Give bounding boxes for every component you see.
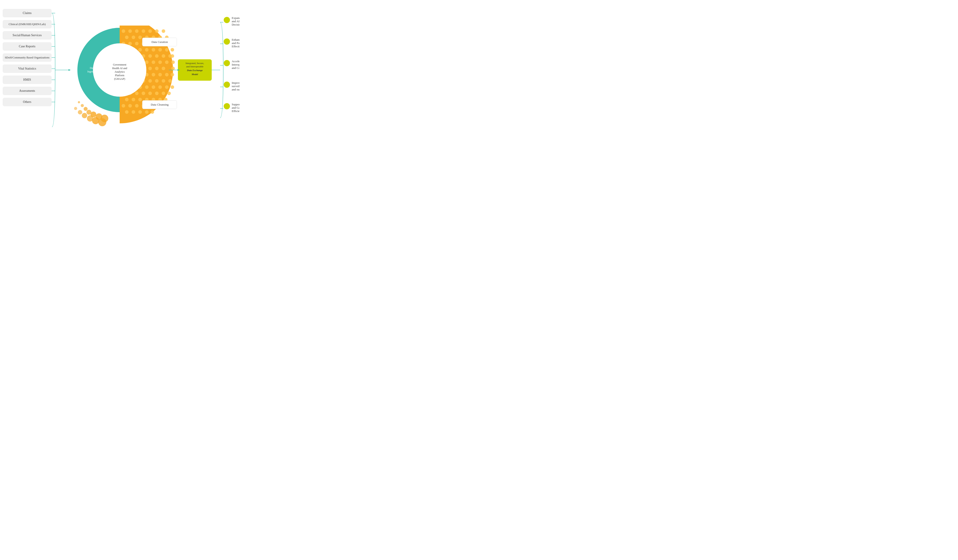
data-cleansing-box <box>142 100 177 109</box>
svg-point-87 <box>167 92 171 95</box>
svg-point-63 <box>171 73 174 76</box>
svg-point-81 <box>128 92 132 95</box>
svg-point-52 <box>148 66 152 70</box>
svg-point-80 <box>122 92 125 95</box>
svg-point-61 <box>158 73 162 76</box>
svg-point-37 <box>162 54 165 58</box>
svg-point-28 <box>158 48 162 52</box>
svg-point-88 <box>125 98 128 101</box>
svg-point-119 <box>92 117 99 124</box>
platform-label5: (GHAAP) <box>114 78 125 81</box>
data-exchange-text3: Data Exchange <box>187 69 203 71</box>
svg-point-78 <box>165 85 168 89</box>
svg-point-2 <box>128 29 132 33</box>
claims-box <box>3 9 52 17</box>
svg-point-109 <box>81 104 84 107</box>
svg-point-120 <box>98 118 106 126</box>
svg-point-89 <box>132 98 135 101</box>
left-bracket-line <box>52 13 55 127</box>
svg-point-58 <box>138 73 142 76</box>
white-inner-circle <box>93 43 146 96</box>
svg-point-13 <box>158 36 162 39</box>
svg-point-86 <box>162 92 165 95</box>
svg-point-101 <box>159 104 163 108</box>
svg-point-41 <box>132 60 135 64</box>
output-text-4b: surveillance, equity, <box>232 84 240 88</box>
platform-label4: Platform <box>115 74 125 77</box>
svg-point-104 <box>138 110 142 114</box>
svg-point-21 <box>162 42 165 45</box>
data-exchange-text4: Model <box>192 73 198 76</box>
platform-label3: Analytics <box>114 70 125 73</box>
svg-point-27 <box>152 48 155 52</box>
svg-point-55 <box>171 66 175 70</box>
output-text-5a: Support Automation <box>232 103 240 106</box>
left-arrow <box>68 69 71 71</box>
svg-point-68 <box>148 79 152 83</box>
svg-rect-107 <box>66 25 120 114</box>
social-box <box>3 31 52 40</box>
svg-point-45 <box>158 60 162 64</box>
sdoh-box <box>3 53 52 62</box>
case-reports-box <box>3 42 52 51</box>
svg-point-30 <box>171 48 174 52</box>
others-box <box>3 98 52 106</box>
svg-point-6 <box>155 29 159 33</box>
svg-point-94 <box>164 98 167 101</box>
orange-outer-circle <box>66 17 173 123</box>
output-text-1b: and AI-Driven <box>232 19 240 23</box>
output-text-3a: Accelerate <box>232 60 240 63</box>
svg-point-66 <box>135 79 138 83</box>
svg-point-42 <box>138 60 142 64</box>
svg-point-105 <box>145 110 149 114</box>
clinical-box <box>3 20 52 28</box>
svg-point-59 <box>145 73 149 76</box>
svg-point-102 <box>125 110 128 114</box>
svg-point-57 <box>132 73 135 76</box>
svg-point-40 <box>125 60 128 64</box>
assessments-label: Assessments <box>19 89 35 92</box>
svg-point-103 <box>132 110 135 114</box>
svg-point-118 <box>87 115 93 122</box>
svg-point-92 <box>152 98 155 101</box>
svg-point-20 <box>155 42 159 45</box>
svg-point-33 <box>135 54 138 58</box>
svg-point-93 <box>158 98 162 101</box>
svg-point-25 <box>138 48 142 52</box>
output-text-5b: and Gain Operational <box>232 106 240 109</box>
svg-point-60 <box>152 73 155 76</box>
svg-point-4 <box>142 29 145 33</box>
svg-point-7 <box>162 29 165 33</box>
svg-point-95 <box>122 104 125 108</box>
svg-rect-0 <box>120 25 178 137</box>
main-svg: Claims Clinical (EMR/HIE/QHIN/Lab) Socia… <box>0 0 240 140</box>
hmis-label: HMIS <box>23 78 31 81</box>
assessments-box <box>3 87 52 95</box>
svg-point-43 <box>145 60 149 64</box>
scattered-dots <box>74 101 108 126</box>
orange-dots-group <box>122 29 175 114</box>
svg-point-50 <box>135 66 138 70</box>
vital-stats-label: Vital Statistics <box>18 67 36 70</box>
svg-point-34 <box>142 54 145 58</box>
output-text-4c: and outcomes <box>232 88 240 91</box>
svg-point-106 <box>151 110 154 114</box>
svg-point-76 <box>152 85 155 89</box>
svg-point-99 <box>148 104 152 108</box>
svg-point-49 <box>128 66 132 70</box>
svg-point-3 <box>135 29 138 33</box>
output-text-2a: Enhance Program <box>232 38 240 41</box>
output-text-2b: and Policy <box>232 41 240 45</box>
svg-point-8 <box>125 36 128 39</box>
teal-half-circle <box>78 28 162 112</box>
svg-point-98 <box>142 104 145 108</box>
platform-label: Government <box>113 63 127 66</box>
svg-point-110 <box>84 107 87 111</box>
svg-point-77 <box>158 85 162 89</box>
output-dot-2 <box>224 38 230 45</box>
svg-point-84 <box>148 92 152 95</box>
svg-point-46 <box>165 60 168 64</box>
svg-point-90 <box>138 98 142 101</box>
svg-point-36 <box>155 54 159 58</box>
svg-point-24 <box>132 48 135 52</box>
